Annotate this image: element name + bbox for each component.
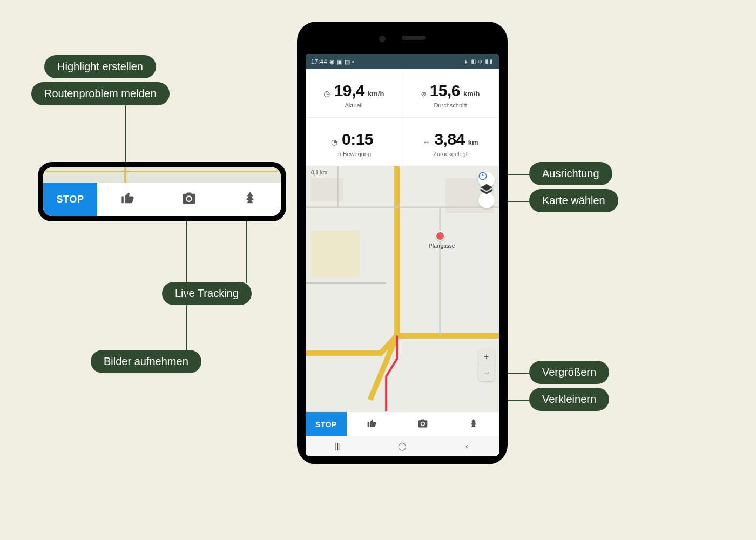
metric-value: 3,84 [434,130,464,148]
annotation-zoom-out: Verkleinern [529,388,609,411]
statusbar-time: 17:44 [311,58,327,65]
layers-button[interactable] [478,192,495,208]
tree-icon [242,191,258,208]
android-back-button[interactable]: ‹ [462,442,471,450]
metrics-panel: ◷ 19,4 km/h Aktuell ⌀ 15,6 km/h Durchsch… [306,69,499,166]
metric-distance: ↔ 3,84 km Zurückgelegt [402,118,499,166]
zoom-in-button[interactable]: + [478,349,495,365]
metric-label: Durchschnitt [434,102,467,109]
metric-avg-speed: ⌀ 15,6 km/h Durchschnitt [402,69,499,118]
phone-screen: 17:44 ◉ ▣ ▧ • ⏵ ◧ ፨ ▮▮ ◷ 19,4 km/h Aktue… [306,54,499,456]
inset-map-sliver [43,167,281,183]
annotation-live-tracking: Live Tracking [162,282,252,305]
back-icon: ‹ [465,442,468,450]
map-top-controls [478,172,495,208]
annotation-choose-map: Karte wählen [529,189,618,212]
thumbs-icon [120,191,136,208]
actionbar: STOP [306,411,499,436]
plus-icon: + [484,352,489,362]
stopwatch-icon: ◔ [331,138,338,146]
inset-thumbs-button[interactable] [97,183,158,216]
annotation-route-problem: Routenproblem melden [31,82,170,105]
metric-value: 0:15 [342,130,373,148]
inset-camera-button[interactable] [158,183,219,216]
metric-moving-time: ◔ 0:15 In Bewegung [306,118,402,166]
connector-line [246,219,247,283]
live-tracking-button[interactable] [448,412,499,436]
metric-unit: km/h [368,90,384,98]
minus-icon: − [484,368,489,378]
metric-value: 19,4 [334,82,364,100]
gauge-icon: ◷ [323,89,330,98]
statusbar-left: 17:44 ◉ ▣ ▧ • [311,58,354,65]
metric-current-speed: ◷ 19,4 km/h Aktuell [306,69,402,118]
android-nav-bar: ||| ◯ ‹ [306,436,499,456]
inset-live-tracking-button[interactable] [220,183,281,216]
thumbs-icon [367,418,377,431]
diameter-icon: ⌀ [421,89,426,98]
recents-icon: ||| [335,442,341,450]
inset-actionbar: STOP [43,183,281,216]
zoom-out-button[interactable]: − [478,365,495,381]
tree-icon [468,418,479,431]
connector-line [186,219,187,351]
metric-unit: km/h [463,90,480,98]
metric-unit: km [468,138,478,146]
android-home-button[interactable]: ◯ [398,442,407,450]
metric-label: Zurückgelegt [433,151,468,157]
statusbar: 17:44 ◉ ▣ ▧ • ⏵ ◧ ፨ ▮▮ [306,54,499,69]
camera-icon [417,418,428,431]
stop-button[interactable]: STOP [306,412,347,436]
phone-frame: 17:44 ◉ ▣ ▧ • ⏵ ◧ ፨ ▮▮ ◷ 19,4 km/h Aktue… [297,22,508,464]
distance-left-right-icon: ↔ [422,138,430,146]
thumbs-button[interactable] [347,412,397,436]
map-zoom-controls: + − [478,349,495,381]
statusbar-left-icons: ◉ ▣ ▧ • [329,58,355,65]
front-camera-icon [379,36,386,42]
poi-street-label: Pfarrgasse [429,243,455,249]
metric-label: In Bewegung [336,151,371,157]
annotation-highlight-create: Highlight erstellen [44,55,156,78]
map-view[interactable]: 0,1 km + − [306,166,499,411]
home-icon: ◯ [398,442,407,450]
camera-button[interactable] [397,412,448,436]
metric-value: 15,6 [430,82,460,100]
map-canvas [306,166,499,411]
annotation-orientation: Ausrichtung [529,162,612,185]
poi-bike-icon [435,231,445,241]
svg-rect-2 [311,231,360,277]
inset-actionbar-zoom: STOP [38,162,286,221]
phone-sensors [297,36,508,42]
metric-label: Aktuell [345,102,362,109]
android-recents-button[interactable]: ||| [334,442,342,450]
statusbar-right-icons: ⏵ ◧ ፨ ▮▮ [463,58,494,65]
map-scale-label: 0,1 km [311,170,327,176]
camera-icon [181,191,197,208]
inset-stop-button[interactable]: STOP [43,183,97,216]
annotation-zoom-in: Vergrößern [529,361,609,384]
phone-speaker-icon [402,36,426,40]
annotation-take-photos: Bilder aufnehmen [91,350,201,373]
